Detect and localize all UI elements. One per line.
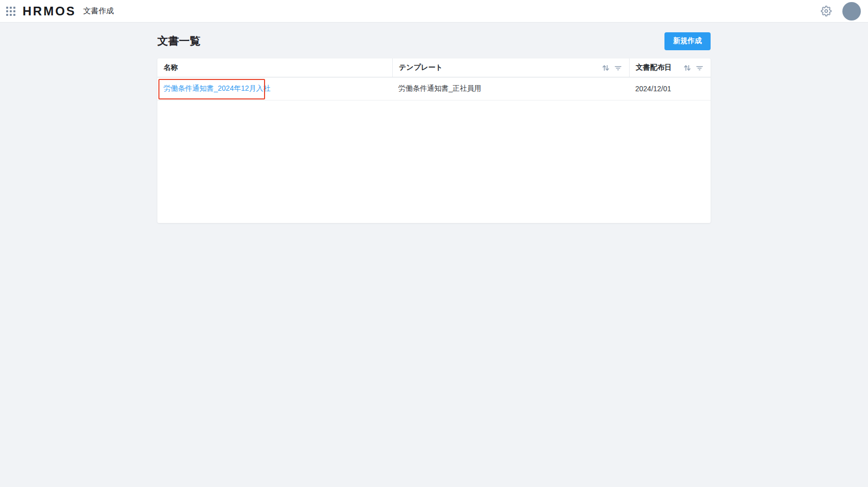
documents-table: 名称 テンプレート (157, 58, 711, 223)
sort-arrows-icon[interactable] (602, 64, 610, 72)
header-icons (683, 64, 703, 72)
sort-arrows-icon[interactable] (683, 64, 691, 72)
filter-lines-icon[interactable] (696, 64, 703, 72)
filter-lines-icon[interactable] (614, 64, 622, 72)
table-row: 労働条件通知書_2024年12月入社 労働条件通知書_正社員用 2024/12/… (157, 77, 711, 100)
column-header-template[interactable]: テンプレート (392, 58, 629, 77)
app-header: HRMOS 文書作成 (0, 0, 868, 23)
column-label: 文書配布日 (636, 63, 672, 72)
name-cell: 労働条件通知書_2024年12月入社 (157, 77, 392, 100)
settings-gear-icon[interactable] (819, 4, 833, 18)
hrmos-logo: HRMOS (23, 5, 76, 17)
column-label: 名称 (164, 63, 178, 72)
distribution-date-cell: 2024/12/01 (629, 77, 711, 100)
page-title: 文書一覧 (157, 34, 200, 48)
column-label: テンプレート (399, 63, 443, 72)
column-header-name[interactable]: 名称 (157, 58, 392, 77)
user-avatar[interactable] (842, 2, 861, 21)
page-head: 文書一覧 新規作成 (157, 32, 711, 50)
main-content: 文書一覧 新規作成 名称 テンプレート (157, 23, 711, 223)
column-header-distribution-date[interactable]: 文書配布日 (629, 58, 711, 77)
template-cell: 労働条件通知書_正社員用 (392, 77, 629, 100)
app-launcher-grid-icon[interactable] (4, 5, 17, 18)
create-new-button[interactable]: 新規作成 (664, 32, 711, 50)
app-title: 文書作成 (83, 6, 114, 16)
table-header-row: 名称 テンプレート (157, 58, 711, 77)
header-icons (602, 64, 622, 72)
document-name-link[interactable]: 労働条件通知書_2024年12月入社 (164, 84, 271, 93)
